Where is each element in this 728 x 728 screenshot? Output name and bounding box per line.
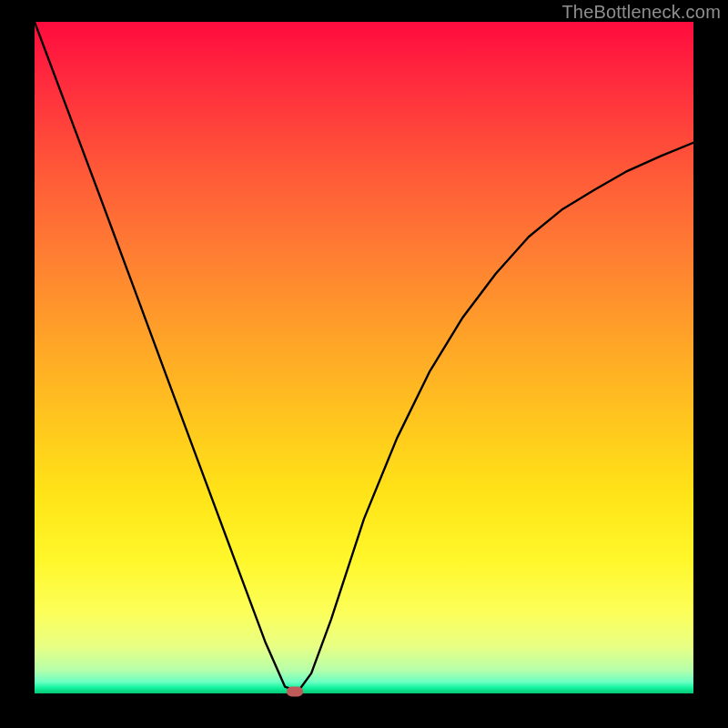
curve-svg — [35, 22, 693, 693]
bottleneck-curve — [35, 22, 693, 692]
chart-frame: TheBottleneck.com — [0, 0, 728, 728]
watermark-text: TheBottleneck.com — [561, 2, 721, 23]
min-marker — [287, 687, 303, 697]
plot-area — [35, 22, 693, 693]
